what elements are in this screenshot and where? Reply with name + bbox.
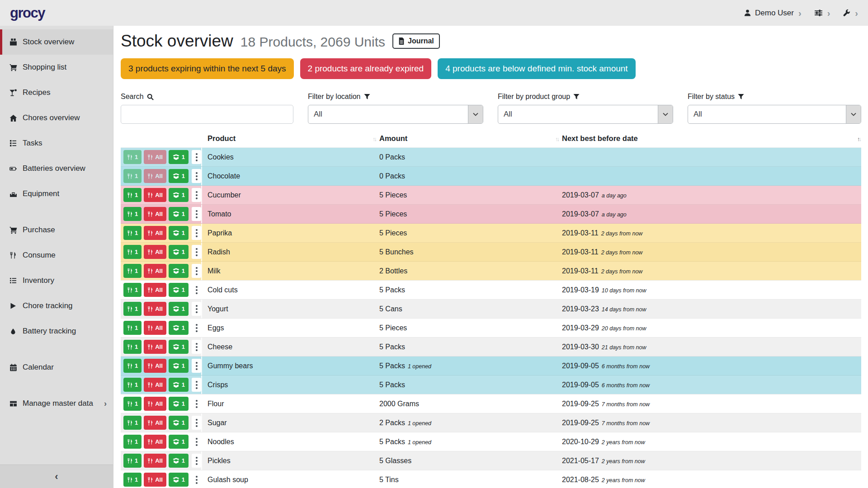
open-one-button[interactable]: 1 [169, 321, 189, 335]
consume-one-button[interactable]: 1 [123, 226, 142, 240]
sidebar-item-battery-tracking[interactable]: Battery tracking [0, 319, 113, 344]
admin-menu[interactable]: › [843, 9, 858, 18]
consume-one-button[interactable]: 1 [123, 302, 142, 316]
consume-one-button[interactable]: 1 [123, 264, 142, 278]
open-one-button[interactable]: 1 [169, 340, 189, 354]
consume-one-button[interactable]: 1 [123, 378, 142, 392]
consume-all-button[interactable]: All [144, 378, 166, 392]
sidebar-item-equipment[interactable]: Equipment [0, 181, 113, 206]
open-one-button[interactable]: 1 [169, 264, 189, 278]
open-one-button[interactable]: 1 [169, 169, 189, 183]
sidebar-item-stock-overview[interactable]: Stock overview [0, 29, 113, 55]
app-logo[interactable]: grocy [10, 5, 45, 21]
consume-one-button[interactable]: 1 [123, 321, 142, 335]
user-menu[interactable]: Demo User › [744, 9, 802, 18]
journal-button[interactable]: Journal [392, 33, 440, 49]
consume-all-button[interactable]: All [144, 397, 166, 411]
status-select[interactable]: All [688, 105, 861, 124]
row-menu-button[interactable] [192, 169, 201, 183]
consume-all-button[interactable]: All [144, 435, 166, 449]
open-one-button[interactable]: 1 [169, 207, 189, 221]
row-menu-button[interactable] [192, 245, 201, 259]
row-menu-button[interactable] [192, 435, 201, 449]
row-menu-button[interactable] [192, 378, 201, 392]
open-one-button[interactable]: 1 [169, 226, 189, 240]
consume-all-button[interactable]: All [144, 473, 166, 487]
consume-all-button[interactable]: All [144, 321, 166, 335]
consume-one-button[interactable]: 1 [123, 283, 142, 297]
consume-one-button[interactable]: 1 [123, 207, 142, 221]
open-one-button[interactable]: 1 [169, 359, 189, 373]
row-menu-button[interactable] [192, 150, 201, 164]
open-one-button[interactable]: 1 [169, 435, 189, 449]
row-menu-button[interactable] [192, 359, 201, 373]
row-menu-button[interactable] [192, 207, 201, 221]
consume-all-button[interactable]: All [144, 207, 166, 221]
sidebar-item-tasks[interactable]: Tasks [0, 131, 113, 156]
open-one-button[interactable]: 1 [169, 378, 189, 392]
row-menu-button[interactable] [192, 340, 201, 354]
sidebar-item-consume[interactable]: Consume [0, 243, 113, 268]
row-menu-button[interactable] [192, 321, 201, 335]
alert-badge-3[interactable]: 4 products are below defined min. stock … [438, 58, 635, 79]
consume-all-button[interactable]: All [144, 359, 166, 373]
row-menu-button[interactable] [192, 473, 201, 487]
open-one-button[interactable]: 1 [169, 283, 189, 297]
consume-one-button[interactable]: 1 [123, 169, 142, 183]
column-header-amount[interactable]: Amount↑↓ [377, 130, 559, 148]
sidebar-item-chore-tracking[interactable]: Chore tracking [0, 293, 113, 319]
open-one-button[interactable]: 1 [169, 416, 189, 430]
consume-all-button[interactable]: All [144, 264, 166, 278]
sidebar-collapse-button[interactable]: ‹ [0, 465, 113, 488]
consume-all-button[interactable]: All [144, 340, 166, 354]
column-header-product[interactable]: Product↑↓ [205, 130, 377, 148]
consume-one-button[interactable]: 1 [123, 340, 142, 354]
location-select[interactable]: All [308, 105, 483, 124]
consume-all-button[interactable]: All [144, 169, 166, 183]
open-one-button[interactable]: 1 [169, 188, 189, 202]
alert-badge-1[interactable]: 3 products expiring within the next 5 da… [121, 58, 294, 79]
consume-all-button[interactable]: All [144, 226, 166, 240]
consume-all-button[interactable]: All [144, 188, 166, 202]
row-menu-button[interactable] [192, 302, 201, 316]
open-one-button[interactable]: 1 [169, 302, 189, 316]
column-header-next-best-before-date[interactable]: Next best before date↑↓ [559, 130, 861, 148]
open-one-button[interactable]: 1 [169, 397, 189, 411]
sidebar-item-batteries-overview[interactable]: Batteries overview [0, 156, 113, 181]
consume-one-button[interactable]: 1 [123, 150, 142, 164]
consume-all-button[interactable]: All [144, 416, 166, 430]
sidebar-item-shopping-list[interactable]: Shopping list [0, 55, 113, 80]
row-menu-button[interactable] [192, 264, 201, 278]
open-one-button[interactable]: 1 [169, 454, 189, 468]
consume-one-button[interactable]: 1 [123, 454, 142, 468]
consume-one-button[interactable]: 1 [123, 397, 142, 411]
consume-all-button[interactable]: All [144, 283, 166, 297]
sidebar-item-calendar[interactable]: Calendar [0, 355, 113, 380]
row-menu-button[interactable] [192, 188, 201, 202]
row-menu-button[interactable] [192, 283, 201, 297]
row-menu-button[interactable] [192, 226, 201, 240]
row-menu-button[interactable] [192, 454, 201, 468]
consume-one-button[interactable]: 1 [123, 416, 142, 430]
consume-one-button[interactable]: 1 [123, 359, 142, 373]
row-menu-button[interactable] [192, 397, 201, 411]
sidebar-item-recipes[interactable]: Recipes [0, 80, 113, 105]
consume-one-button[interactable]: 1 [123, 435, 142, 449]
open-one-button[interactable]: 1 [169, 150, 189, 164]
open-one-button[interactable]: 1 [169, 245, 189, 259]
alert-badge-2[interactable]: 2 products are already expired [300, 58, 432, 79]
product-group-select[interactable]: All [498, 105, 673, 124]
sidebar-item-inventory[interactable]: Inventory [0, 268, 113, 293]
consume-one-button[interactable]: 1 [123, 473, 142, 487]
consume-all-button[interactable]: All [144, 150, 166, 164]
consume-all-button[interactable]: All [144, 454, 166, 468]
settings-menu[interactable]: › [814, 9, 830, 18]
open-one-button[interactable]: 1 [169, 473, 189, 487]
consume-all-button[interactable]: All [144, 302, 166, 316]
consume-all-button[interactable]: All [144, 245, 166, 259]
row-menu-button[interactable] [192, 416, 201, 430]
consume-one-button[interactable]: 1 [123, 245, 142, 259]
sidebar-item-chores-overview[interactable]: Chores overview [0, 105, 113, 131]
sidebar-item-manage-master-data[interactable]: Manage master data› [0, 391, 113, 416]
sidebar-item-purchase[interactable]: Purchase [0, 217, 113, 243]
